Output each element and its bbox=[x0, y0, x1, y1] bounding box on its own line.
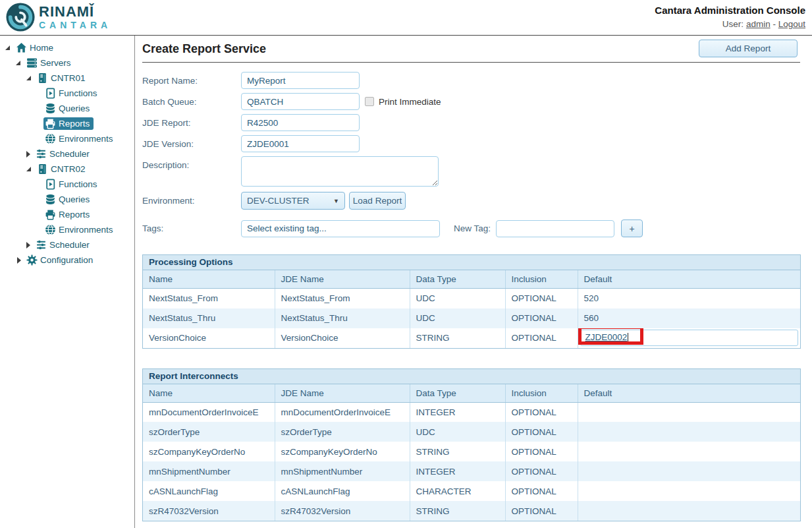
table-row[interactable]: szOrderType szOrderType UDC OPTIONAL bbox=[143, 422, 800, 442]
table-header-row: Name JDE Name Data Type Inclusion Defaul… bbox=[143, 384, 800, 403]
load-report-button[interactable]: Load Report bbox=[349, 192, 406, 210]
version-choice-default-input[interactable]: ZJDE0002 bbox=[580, 330, 799, 346]
jde-version-label: JDE Version: bbox=[142, 139, 241, 149]
cell-default bbox=[578, 422, 800, 442]
tree-item-label: Functions bbox=[59, 88, 97, 98]
expand-arrow-icon[interactable] bbox=[4, 44, 14, 52]
arrow-spacer bbox=[33, 90, 43, 98]
tree-item-label: Scheduler bbox=[49, 149, 90, 159]
cell-name: VersionChoice bbox=[143, 328, 275, 348]
processing-options-panel: Processing Options Name JDE Name Data Ty… bbox=[142, 254, 801, 349]
tree-item-cntr01-queries[interactable]: Queries bbox=[0, 101, 134, 116]
tree-item-cntr02-queries[interactable]: Queries bbox=[0, 192, 134, 207]
tree-item-label: Reports bbox=[59, 210, 90, 220]
table-row[interactable]: NextStatus_Thru NextStatus_Thru UDC OPTI… bbox=[143, 308, 800, 328]
expand-arrow-icon[interactable] bbox=[25, 165, 36, 173]
cell-jde-name: szOrderType bbox=[275, 422, 410, 442]
chevron-down-icon: ▼ bbox=[333, 198, 339, 204]
tags-row: Tags: New Tag: + bbox=[142, 220, 800, 237]
tags-input[interactable] bbox=[241, 220, 440, 237]
gear-icon bbox=[26, 254, 38, 266]
user-label: User: bbox=[722, 19, 744, 29]
column-header: Default bbox=[578, 384, 800, 403]
cell-default bbox=[578, 461, 800, 481]
home-icon bbox=[16, 42, 27, 53]
globe-icon bbox=[45, 224, 56, 235]
cell-jde-name: szR47032Version bbox=[275, 501, 410, 521]
table-row[interactable]: mnDocumentOrderInvoiceE mnDocumentOrderI… bbox=[143, 402, 800, 422]
cell-data-type: INTEGER bbox=[410, 402, 505, 422]
main-content: Create Report Service Add Report Report … bbox=[136, 36, 812, 528]
tree-item-label: Reports bbox=[59, 119, 90, 129]
cell-jde-name: cASNLaunchFlag bbox=[275, 481, 410, 501]
collapse-arrow-icon[interactable] bbox=[14, 256, 25, 264]
tree-item-cntr01-reports-selected[interactable]: Reports bbox=[0, 116, 134, 131]
tree-item-configuration[interactable]: Configuration bbox=[0, 252, 134, 268]
tree-item-label: Home bbox=[30, 43, 53, 53]
table-row[interactable]: VersionChoice VersionChoice STRING OPTIO… bbox=[143, 328, 800, 348]
cell-default: 520 bbox=[578, 289, 800, 308]
table-row[interactable]: cASNLaunchFlag cASNLaunchFlag CHARACTER … bbox=[143, 481, 800, 501]
tree-item-cntr01-functions[interactable]: Functions bbox=[0, 86, 134, 101]
expand-arrow-icon[interactable] bbox=[25, 74, 36, 82]
tree-item-cntr02-environments[interactable]: Environments bbox=[0, 222, 134, 237]
cell-jde-name: mnShipmentNumber bbox=[275, 461, 410, 481]
add-report-button[interactable]: Add Report bbox=[699, 40, 798, 57]
report-interconnects-title: Report Interconnects bbox=[143, 369, 800, 384]
cell-inclusion: OPTIONAL bbox=[505, 289, 578, 308]
tree-item-label: CNTR02 bbox=[51, 164, 86, 174]
table-row[interactable]: NextStatus_From NextStatus_From UDC OPTI… bbox=[143, 289, 800, 308]
arrow-spacer bbox=[33, 211, 43, 219]
cell-inclusion: OPTIONAL bbox=[505, 402, 578, 422]
batch-queue-row: Batch Queue: Print Immediate bbox=[142, 93, 800, 110]
cell-jde-name: VersionChoice bbox=[275, 328, 410, 348]
cell-data-type: UDC bbox=[410, 308, 505, 328]
new-tag-input[interactable] bbox=[496, 220, 614, 237]
jde-report-input[interactable] bbox=[241, 114, 360, 131]
arrow-spacer bbox=[33, 226, 43, 234]
report-name-input[interactable] bbox=[241, 72, 360, 89]
tree-item-cntr01-environments[interactable]: Environments bbox=[0, 131, 134, 146]
cell-jde-name: szCompanyKeyOrderNo bbox=[275, 442, 410, 461]
cell-inclusion: OPTIONAL bbox=[505, 422, 578, 442]
logout-link[interactable]: Logout bbox=[778, 19, 805, 29]
function-file-icon bbox=[45, 88, 56, 99]
cell-name: szR47032Version bbox=[143, 501, 275, 521]
collapse-arrow-icon[interactable] bbox=[24, 150, 34, 158]
tree-item-cntr01-scheduler[interactable]: Scheduler bbox=[0, 146, 134, 161]
batch-queue-input[interactable] bbox=[241, 93, 360, 110]
report-interconnects-table: Name JDE Name Data Type Inclusion Defaul… bbox=[143, 384, 800, 521]
jde-version-input[interactable] bbox=[241, 135, 360, 152]
tree-item-cntr01[interactable]: CNTR01 bbox=[0, 71, 134, 86]
cell-inclusion: OPTIONAL bbox=[505, 442, 578, 461]
user-name-link[interactable]: admin bbox=[746, 19, 771, 29]
column-header: Inclusion bbox=[505, 270, 578, 289]
add-tag-button[interactable]: + bbox=[621, 220, 643, 237]
print-immediate-checkbox[interactable] bbox=[365, 97, 374, 106]
tree-item-label: Queries bbox=[59, 194, 90, 204]
tree-item-cntr02-scheduler[interactable]: Scheduler bbox=[0, 237, 134, 252]
collapse-arrow-icon[interactable] bbox=[24, 241, 34, 249]
cell-name: mnDocumentOrderInvoiceE bbox=[143, 402, 275, 422]
jde-report-row: JDE Report: bbox=[142, 114, 800, 131]
tree-item-servers[interactable]: Servers bbox=[0, 55, 134, 71]
tree-item-label: Environments bbox=[59, 225, 113, 235]
tree-item-home[interactable]: Home bbox=[0, 40, 134, 55]
cell-data-type: UDC bbox=[410, 422, 505, 442]
environment-select[interactable]: DEV-CLUSTER ▼ bbox=[241, 192, 345, 210]
table-row[interactable]: szR47032Version szR47032Version STRING O… bbox=[143, 501, 800, 521]
report-name-label: Report Name: bbox=[142, 76, 241, 86]
batch-queue-label: Batch Queue: bbox=[142, 97, 241, 107]
jde-version-row: JDE Version: bbox=[142, 135, 800, 152]
column-header: Inclusion bbox=[505, 384, 578, 403]
table-row[interactable]: szCompanyKeyOrderNo szCompanyKeyOrderNo … bbox=[143, 442, 800, 461]
tree-item-cntr02[interactable]: CNTR02 bbox=[0, 161, 134, 177]
tree-item-cntr02-functions[interactable]: Functions bbox=[0, 177, 134, 192]
table-row[interactable]: mnShipmentNumber mnShipmentNumber INTEGE… bbox=[143, 461, 800, 481]
function-file-icon bbox=[45, 179, 56, 190]
cell-name: NextStatus_From bbox=[143, 289, 275, 308]
expand-arrow-icon[interactable] bbox=[14, 59, 25, 67]
column-header: Default bbox=[578, 270, 800, 289]
description-textarea[interactable] bbox=[241, 156, 439, 187]
tree-item-cntr02-reports[interactable]: Reports bbox=[0, 207, 134, 222]
